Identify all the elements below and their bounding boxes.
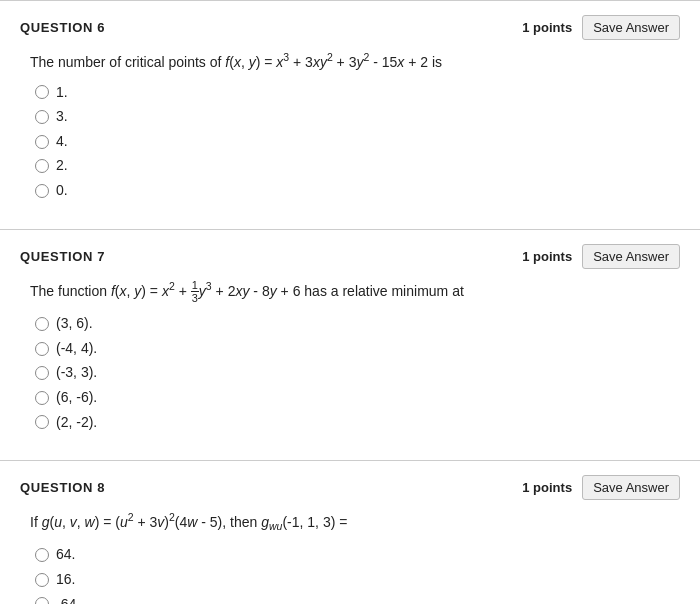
option-q8-neg64[interactable]: -64. — [35, 595, 680, 604]
question-6-body: The number of critical points of f(x, y)… — [20, 50, 680, 201]
question-8-options: 64. 16. -64. 32. -32. — [30, 545, 680, 604]
radio-q6-4[interactable] — [35, 135, 49, 149]
question-6-points: 1 points — [522, 20, 572, 35]
question-8-text: If g(u, v, w) = (u2 + 3v)2(4w - 5), then… — [30, 510, 680, 535]
option-q6-2[interactable]: 2. — [35, 156, 680, 176]
question-6-meta: 1 points Save Answer — [522, 15, 680, 40]
option-q6-1[interactable]: 1. — [35, 83, 680, 103]
question-8-block: QUESTION 8 1 points Save Answer If g(u, … — [0, 460, 700, 604]
radio-q7-4[interactable] — [35, 391, 49, 405]
question-7-meta: 1 points Save Answer — [522, 244, 680, 269]
question-7-header: QUESTION 7 1 points Save Answer — [20, 244, 680, 269]
question-6-text: The number of critical points of f(x, y)… — [30, 50, 680, 73]
option-q7-3[interactable]: (-3, 3). — [35, 363, 680, 383]
radio-q7-3[interactable] — [35, 366, 49, 380]
option-q7-4[interactable]: (6, -6). — [35, 388, 680, 408]
save-answer-button-q6[interactable]: Save Answer — [582, 15, 680, 40]
radio-q8-64[interactable] — [35, 548, 49, 562]
question-7-points: 1 points — [522, 249, 572, 264]
question-8-header: QUESTION 8 1 points Save Answer — [20, 475, 680, 500]
radio-q6-3[interactable] — [35, 110, 49, 124]
radio-q7-1[interactable] — [35, 317, 49, 331]
save-answer-button-q7[interactable]: Save Answer — [582, 244, 680, 269]
question-8-meta: 1 points Save Answer — [522, 475, 680, 500]
question-8-title: QUESTION 8 — [20, 480, 105, 495]
question-6-options: 1. 3. 4. 2. 0. — [30, 83, 680, 201]
question-7-title: QUESTION 7 — [20, 249, 105, 264]
option-q6-4[interactable]: 4. — [35, 132, 680, 152]
radio-q6-2[interactable] — [35, 159, 49, 173]
question-6-header: QUESTION 6 1 points Save Answer — [20, 15, 680, 40]
radio-q7-2[interactable] — [35, 342, 49, 356]
option-q7-2[interactable]: (-4, 4). — [35, 339, 680, 359]
question-7-block: QUESTION 7 1 points Save Answer The func… — [0, 229, 700, 461]
question-8-body: If g(u, v, w) = (u2 + 3v)2(4w - 5), then… — [20, 510, 680, 604]
question-7-options: (3, 6). (-4, 4). (-3, 3). (6, -6). (2, -… — [30, 314, 680, 432]
option-q6-3[interactable]: 3. — [35, 107, 680, 127]
question-7-body: The function f(x, y) = x2 + 13y3 + 2xy -… — [20, 279, 680, 433]
question-6-title: QUESTION 6 — [20, 20, 105, 35]
question-6-block: QUESTION 6 1 points Save Answer The numb… — [0, 0, 700, 229]
option-q8-64[interactable]: 64. — [35, 545, 680, 565]
question-8-points: 1 points — [522, 480, 572, 495]
question-7-text: The function f(x, y) = x2 + 13y3 + 2xy -… — [30, 279, 680, 305]
radio-q8-16[interactable] — [35, 573, 49, 587]
option-q7-5[interactable]: (2, -2). — [35, 413, 680, 433]
radio-q6-0[interactable] — [35, 184, 49, 198]
radio-q8-neg64[interactable] — [35, 597, 49, 604]
option-q6-0[interactable]: 0. — [35, 181, 680, 201]
save-answer-button-q8[interactable]: Save Answer — [582, 475, 680, 500]
radio-q6-1[interactable] — [35, 85, 49, 99]
option-q7-1[interactable]: (3, 6). — [35, 314, 680, 334]
option-q8-16[interactable]: 16. — [35, 570, 680, 590]
radio-q7-5[interactable] — [35, 415, 49, 429]
